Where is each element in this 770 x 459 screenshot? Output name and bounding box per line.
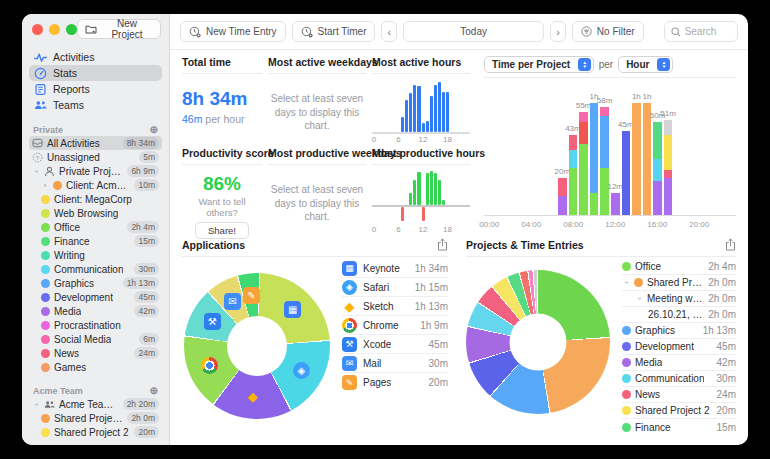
segment[interactable]	[569, 135, 578, 150]
bar-hour-15[interactable]	[434, 85, 437, 133]
bar-hour-18[interactable]	[446, 92, 449, 132]
chevron-down-icon[interactable]: ›	[622, 279, 631, 287]
sidebar-item-games[interactable]: Games	[29, 360, 162, 374]
application-row-pages[interactable]: ✎Pages20m	[342, 373, 448, 392]
new-time-entry-button[interactable]: New Time Entry	[180, 21, 286, 42]
segment[interactable]	[653, 159, 662, 181]
search-field[interactable]	[664, 21, 738, 42]
segment[interactable]	[653, 181, 662, 215]
segment[interactable]	[632, 103, 641, 215]
unit-dropdown[interactable]: Hour ▲▼	[618, 56, 673, 73]
bar-hour-10[interactable]	[413, 85, 416, 133]
bar-hour-11[interactable]	[417, 172, 420, 205]
project-row-communication[interactable]: Communication30m	[622, 371, 736, 387]
sidebar-item-news[interactable]: News24m	[29, 346, 162, 360]
project-row-shared-project-2[interactable]: Shared Project 220m	[622, 403, 736, 419]
add-circle-icon[interactable]: ⊕	[150, 386, 158, 396]
sidebar-item-shared-project-2[interactable]: Shared Project 220m	[29, 425, 162, 439]
bar-hour-17[interactable]: 51m	[664, 82, 673, 215]
segment[interactable]	[558, 196, 567, 215]
chevron-down-icon[interactable]: ›	[635, 295, 644, 303]
bar-hour-16[interactable]	[438, 82, 441, 132]
segment[interactable]	[611, 193, 620, 215]
sidebar-item-finance[interactable]: Finance15m	[29, 234, 162, 248]
sidebar-item-procrastination[interactable]: Procrastination	[29, 318, 162, 332]
project-row-shared-project-1[interactable]: ›Shared Project 12h 0m	[622, 275, 736, 291]
most-active-hours-chart[interactable]: 061218	[372, 82, 470, 144]
bar-hour-16[interactable]: 50m	[653, 82, 662, 215]
bar-hour-16[interactable]	[438, 180, 441, 205]
sidebar-item-office[interactable]: Office2h 4m	[29, 220, 162, 234]
bar-hour-13[interactable]	[426, 173, 429, 205]
add-circle-icon[interactable]: ⊕	[150, 125, 158, 135]
sidebar-item-shared-project-1[interactable]: Shared Project 12h 0m	[29, 411, 162, 425]
segment[interactable]	[558, 178, 567, 197]
project-row-graphics[interactable]: Graphics1h 13m	[622, 323, 736, 339]
next-day-button[interactable]: ›	[550, 21, 566, 42]
bar-hour-10[interactable]	[413, 180, 416, 205]
project-row-media[interactable]: Media42m	[622, 355, 736, 371]
sidebar-item-teams[interactable]: Teams	[29, 97, 162, 113]
sidebar-item-activities[interactable]: Activities	[29, 49, 162, 65]
previous-day-button[interactable]: ‹	[381, 21, 397, 42]
sidebar-item-unassigned[interactable]: ?Unassigned5m	[29, 150, 162, 164]
sidebar-item-client-megacorp[interactable]: Client: MegaCorp	[29, 192, 162, 206]
application-row-mail[interactable]: ✉Mail30m	[342, 354, 448, 373]
new-project-button[interactable]: New Project	[77, 19, 161, 39]
minimize-button[interactable]	[49, 24, 60, 35]
segment[interactable]	[643, 103, 652, 215]
most-productive-hours-chart[interactable]: 061218	[372, 171, 470, 235]
close-button[interactable]	[32, 24, 43, 35]
project-row-office[interactable]: Office2h 4m	[622, 259, 736, 275]
bar-hour-9[interactable]: 55m	[579, 82, 588, 215]
segment[interactable]	[664, 135, 673, 170]
segment[interactable]	[664, 120, 673, 135]
bar-hour-15[interactable]: 1h	[643, 82, 652, 215]
time-per-project-chart[interactable]: 20m43m55m1h58m12m45m1h1h50m51m00:0004:00…	[484, 82, 736, 231]
bar-hour-9[interactable]	[409, 193, 412, 205]
bar-hour-7[interactable]	[401, 117, 404, 132]
segment[interactable]	[600, 116, 609, 168]
sidebar-item-stats[interactable]: Stats	[29, 65, 162, 81]
bar-hour-12[interactable]: 12m	[611, 82, 620, 215]
segment[interactable]	[579, 122, 588, 144]
sidebar-item-communication[interactable]: Communication30m	[29, 262, 162, 276]
sidebar-item-private-projects[interactable]: ›Private Projects6h 9m	[29, 164, 162, 178]
export-icon[interactable]	[725, 238, 736, 251]
segment[interactable]	[622, 131, 631, 215]
application-row-xcode[interactable]: ⚒Xcode45m	[342, 335, 448, 354]
bar-hour-8[interactable]	[405, 100, 408, 133]
applications-donut-chart[interactable]: ▦◈◆⚒✉✎	[184, 273, 330, 419]
segment[interactable]	[579, 144, 588, 215]
bar-hour-11[interactable]	[417, 86, 420, 132]
application-row-sketch[interactable]: ◆Sketch1h 13m	[342, 297, 448, 316]
project-row-meeting-with-tim[interactable]: ›Meeting with Tim2h 0m	[622, 291, 736, 307]
chevron-right-icon[interactable]: ›	[41, 181, 49, 190]
application-row-chrome[interactable]: Chrome1h 9m	[342, 316, 448, 335]
segment[interactable]	[664, 170, 673, 177]
bar-hour-14[interactable]	[430, 96, 433, 132]
project-row-finance[interactable]: Finance15m	[622, 419, 736, 435]
segment[interactable]	[600, 168, 609, 215]
share-button[interactable]: Share!	[195, 222, 249, 239]
segment[interactable]	[569, 168, 578, 215]
project-row-26-10-21-14-00-00[interactable]: 26.10.21, 14:00:00–…2h 0m	[622, 307, 736, 323]
bar-hour-13[interactable]: 45m	[622, 82, 631, 215]
sidebar-item-reports[interactable]: Reports	[29, 81, 162, 97]
metric-dropdown[interactable]: Time per Project ▲▼	[484, 56, 594, 73]
project-row-news[interactable]: News24m	[622, 387, 736, 403]
start-timer-button[interactable]: Start Timer	[292, 21, 376, 42]
date-range-button[interactable]: Today	[403, 21, 544, 42]
bar-hour-15[interactable]	[434, 173, 437, 205]
segment[interactable]	[664, 178, 673, 215]
bar-hour-12[interactable]	[422, 123, 425, 132]
sidebar-item-web-browsing[interactable]: Web Browsing	[29, 206, 162, 220]
bar-hour-12[interactable]	[422, 207, 425, 221]
zoom-button[interactable]	[66, 24, 77, 35]
project-row-development[interactable]: Development45m	[622, 339, 736, 355]
filter-button[interactable]: No Filter	[572, 21, 644, 42]
segment[interactable]	[653, 122, 662, 159]
sidebar-item-all-activities[interactable]: All Activities8h 34m	[29, 136, 162, 150]
sidebar-item-client-acme-inc[interactable]: ›Client: Acme Inc.10m	[29, 178, 162, 192]
bar-hour-17[interactable]	[442, 92, 445, 132]
